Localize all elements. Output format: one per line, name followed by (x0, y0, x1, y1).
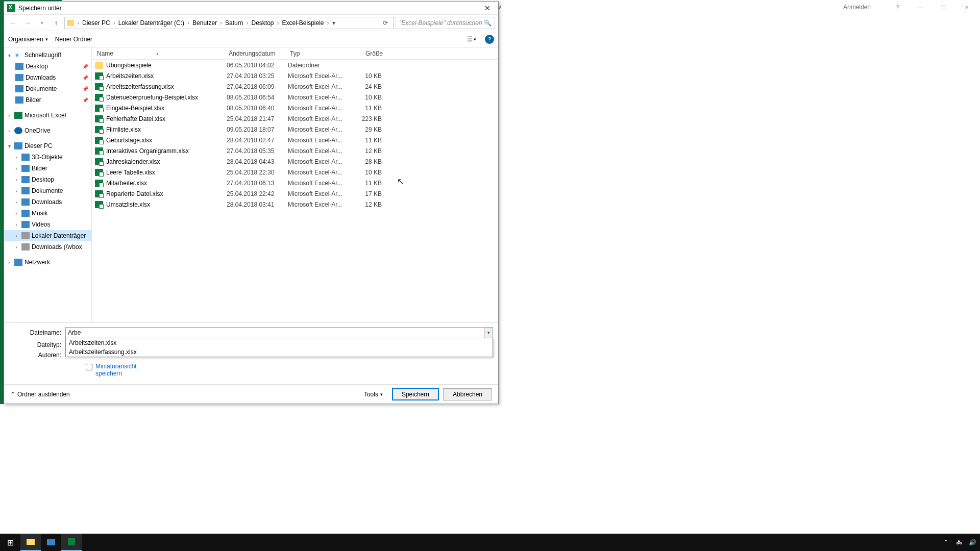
tree-network[interactable]: ›Netzwerk (4, 257, 91, 268)
signin-link[interactable]: Anmelden (843, 4, 871, 11)
filename-dropdown-button[interactable]: ▾ (484, 328, 493, 338)
excel-file-icon (95, 201, 103, 208)
help-icon[interactable]: ? (886, 2, 909, 13)
tree-documents[interactable]: Dokumente📌 (4, 83, 91, 94)
recent-dropdown[interactable]: ▾ (36, 17, 48, 29)
tree-music[interactable]: ›Musik (4, 208, 91, 219)
file-date: 09.05.2018 18:07 (227, 126, 288, 133)
file-row[interactable]: Interaktives Organigramm.xlsx27.04.2018 … (92, 145, 498, 156)
dialog-body: ▾★Schnellzugriff Desktop📌 Downloads📌 Dok… (4, 47, 498, 322)
tray-chevron-icon[interactable]: ⌃ (940, 539, 951, 546)
excel-file-icon (95, 72, 103, 80)
col-type[interactable]: Typ (288, 50, 349, 57)
tree-localdisk[interactable]: ›Lokaler Datenträger (4, 230, 91, 241)
dialog-close-button[interactable]: ✕ (480, 3, 495, 13)
chevron-right-icon[interactable]: › (326, 19, 330, 27)
folder-icon (95, 62, 103, 69)
save-button[interactable]: Speichern (392, 388, 439, 400)
taskbar-excel[interactable] (61, 534, 82, 551)
bottom-panel: Dateiname: ▾ Arbeitszeiten.xlsx Arbeitsz… (4, 322, 498, 384)
tree-desktop[interactable]: Desktop📌 (4, 61, 91, 72)
autocomplete-option[interactable]: Arbeitszeiterfassung.xlsx (66, 347, 493, 357)
cancel-button[interactable]: Abbrechen (443, 388, 492, 400)
thumbnail-checkbox-label[interactable]: Miniaturansicht speichern (95, 363, 152, 377)
tree-pictures[interactable]: Bilder📌 (4, 94, 91, 106)
tree-vbox[interactable]: ›Downloads (\\vbox (4, 241, 91, 253)
file-row[interactable]: Filmliste.xlsx09.05.2018 18:07Microsoft … (92, 124, 498, 135)
breadcrumb-seg[interactable]: Saturn (223, 19, 245, 27)
tree-downloads[interactable]: Downloads📌 (4, 72, 91, 83)
chevron-right-icon[interactable]: › (219, 19, 223, 27)
taskbar-app[interactable] (41, 534, 61, 551)
file-row[interactable]: Arbeitszeiten.xlsx27.04.2018 03:25Micros… (92, 70, 498, 81)
autocomplete-option[interactable]: Arbeitszeiten.xlsx (66, 338, 493, 347)
tray-volume-icon[interactable]: 🔊 (967, 539, 978, 546)
col-name[interactable]: Name▴ (95, 50, 227, 57)
forward-button[interactable]: → (21, 17, 34, 29)
tree-videos[interactable]: ›Videos (4, 219, 91, 230)
chevron-right-icon[interactable]: › (76, 19, 80, 27)
file-row[interactable]: Mitarbeiter.xlsx27.04.2018 06:13Microsof… (92, 178, 498, 188)
tree-3dobjects[interactable]: ›3D-Objekte (4, 152, 91, 163)
file-row[interactable]: Arbeitszeiterfassung.xlsx27.04.2018 06:0… (92, 81, 498, 92)
file-list[interactable]: Übungsbeispiele06.05.2018 04:02Dateiordn… (92, 60, 498, 322)
file-row[interactable]: Datenueberpruefung-Beispiel.xlsx08.05.20… (92, 92, 498, 103)
filename-input[interactable] (65, 327, 493, 338)
col-date[interactable]: Änderungsdatum (227, 50, 288, 57)
tree-pictures2[interactable]: ›Bilder (4, 163, 91, 174)
tray-network-icon[interactable]: 🖧 (953, 539, 965, 546)
chevron-right-icon[interactable]: › (112, 19, 116, 27)
file-row[interactable]: Übungsbeispiele06.05.2018 04:02Dateiordn… (92, 60, 498, 70)
thumbnail-checkbox[interactable] (86, 364, 92, 370)
file-size: 223 KB (349, 115, 385, 122)
file-row[interactable]: Umsatzliste.xlsx28.04.2018 03:41Microsof… (92, 199, 498, 210)
hide-folders-button[interactable]: ⌃ Ordner ausblenden (10, 391, 70, 398)
chevron-right-icon[interactable]: › (186, 19, 190, 27)
system-tray[interactable]: ⌃ 🖧 🔊 (940, 539, 980, 546)
col-size[interactable]: Größe (349, 50, 385, 57)
help-button[interactable]: ? (485, 35, 494, 44)
breadcrumb-seg[interactable]: Excel-Beispiele (280, 19, 326, 27)
file-row[interactable]: Reparierte Datei.xlsx25.04.2018 22:42Mic… (92, 188, 498, 199)
column-headers[interactable]: Name▴ Änderungsdatum Typ Größe (92, 47, 498, 60)
breadcrumb[interactable]: › Dieser PC › Lokaler Datenträger (C:) ›… (64, 17, 394, 29)
organize-menu[interactable]: Organisieren ▾ (8, 36, 48, 43)
start-button[interactable]: ⊞ (0, 534, 20, 551)
breadcrumb-dropdown[interactable]: ▾ (330, 19, 337, 27)
search-input[interactable]: "Excel-Beispiele" durchsuchen 🔍 (396, 17, 495, 29)
back-button[interactable]: ← (7, 17, 19, 29)
tree-desktop2[interactable]: ›Desktop (4, 174, 91, 185)
refresh-button[interactable]: ⟳ (380, 19, 391, 27)
file-row[interactable]: Leere Tabelle.xlsx25.04.2018 22:30Micros… (92, 167, 498, 178)
breadcrumb-seg[interactable]: Desktop (249, 19, 276, 27)
chevron-down-icon: ▾ (45, 37, 48, 42)
file-size: 17 KB (349, 190, 385, 197)
chevron-right-icon[interactable]: › (245, 19, 249, 27)
breadcrumb-seg[interactable]: Benutzer (190, 19, 219, 27)
folder-tree[interactable]: ▾★Schnellzugriff Desktop📌 Downloads📌 Dok… (4, 47, 92, 322)
tree-quickaccess[interactable]: ▾★Schnellzugriff (4, 49, 91, 61)
breadcrumb-seg[interactable]: Dieser PC (80, 19, 112, 27)
taskbar[interactable]: ⊞ ⌃ 🖧 🔊 (0, 534, 980, 551)
breadcrumb-seg[interactable]: Lokaler Datenträger (C:) (116, 19, 186, 27)
tree-downloads2[interactable]: ›Downloads (4, 196, 91, 208)
tree-onedrive[interactable]: ›OneDrive (4, 125, 91, 136)
close-icon[interactable]: ✕ (955, 2, 978, 13)
maximize-icon[interactable]: ☐ (932, 2, 955, 13)
tree-excel[interactable]: ›Microsoft Excel (4, 110, 91, 121)
file-row[interactable]: Jahreskalender.xlsx28.04.2018 04:43Micro… (92, 156, 498, 167)
file-row[interactable]: Fehlerhafte Datei.xlsx25.04.2018 21:47Mi… (92, 113, 498, 124)
up-button[interactable]: ↑ (50, 17, 62, 29)
search-icon[interactable]: 🔍 (484, 19, 492, 27)
tree-documents2[interactable]: ›Dokumente (4, 185, 91, 196)
file-row[interactable]: Geburtstage.xlsx28.04.2018 02:47Microsof… (92, 135, 498, 145)
file-size: 12 KB (349, 201, 385, 208)
tree-thispc[interactable]: ▾Dieser PC (4, 140, 91, 152)
chevron-right-icon[interactable]: › (276, 19, 280, 27)
tools-menu[interactable]: Tools ▾ (364, 391, 383, 398)
taskbar-file-explorer[interactable] (20, 534, 41, 551)
view-mode-button[interactable]: ☰ ▾ (462, 34, 481, 45)
file-row[interactable]: Eingabe-Beispiel.xlsx08.05.2018 06:40Mic… (92, 103, 498, 113)
new-folder-button[interactable]: Neuer Ordner (55, 36, 92, 43)
minimize-icon[interactable]: — (909, 2, 932, 13)
